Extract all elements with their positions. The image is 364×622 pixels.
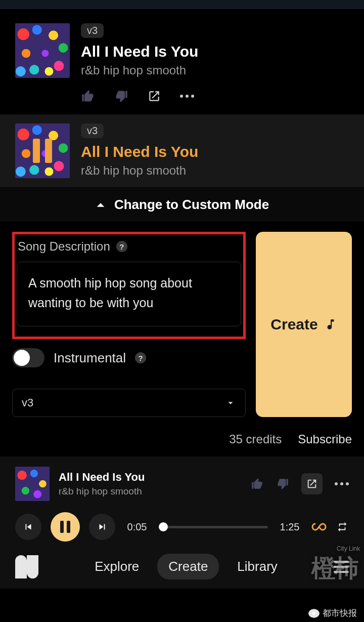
song-tags: r&b hip hop smooth	[81, 63, 349, 77]
chevron-down-icon	[225, 397, 236, 408]
create-button-label: Create	[270, 316, 317, 333]
instrumental-toggle[interactable]	[12, 348, 44, 367]
app-logo-icon[interactable]	[15, 555, 38, 578]
skip-next-icon	[97, 521, 108, 532]
album-cover[interactable]	[15, 123, 70, 178]
help-icon[interactable]: ?	[116, 241, 127, 252]
source-attribution: 都市快报	[308, 607, 357, 619]
now-playing-tags: r&b hip hop smooth	[59, 486, 242, 497]
thumbs-down-icon[interactable]	[114, 89, 128, 103]
nav-library[interactable]: Library	[226, 554, 288, 579]
thumbs-up-icon[interactable]	[251, 477, 264, 490]
song-card[interactable]: v3 All I Need Is You r&b hip hop smooth	[0, 9, 364, 85]
chevron-up-icon	[95, 199, 106, 211]
custom-mode-label: Change to Custom Mode	[114, 197, 269, 213]
version-select[interactable]: v3	[12, 389, 246, 417]
thumbs-down-icon[interactable]	[276, 477, 289, 490]
weibo-icon	[308, 609, 320, 618]
song-tags: r&b hip hop smooth	[81, 163, 349, 178]
song-title: All I Need Is You	[81, 43, 349, 60]
now-playing-title: All I Need Is You	[59, 471, 242, 484]
change-to-custom-mode-button[interactable]: Change to Custom Mode	[0, 187, 364, 222]
now-playing-bar: All I Need Is You r&b hip hop smooth 0:0…	[0, 457, 364, 542]
share-icon	[306, 478, 317, 489]
bottom-nav: Explore Create Library	[0, 542, 364, 589]
album-cover[interactable]	[15, 23, 70, 78]
repeat-icon[interactable]	[336, 521, 349, 532]
song-title: All I Need Is You	[81, 143, 349, 160]
share-button[interactable]	[301, 473, 323, 494]
instrumental-label: Instrumental	[54, 350, 126, 366]
seek-thumb[interactable]	[159, 522, 168, 531]
highlight-song-description: Song Description ? A smooth hip hop song…	[12, 232, 246, 339]
next-button[interactable]	[89, 514, 115, 540]
song-card-selected[interactable]: v3 All I Need Is You r&b hip hop smooth	[0, 114, 364, 187]
seek-bar[interactable]	[159, 526, 268, 528]
infinity-icon[interactable]	[311, 522, 327, 532]
more-options-icon[interactable]	[180, 95, 194, 98]
song-description-input[interactable]: A smooth hip hop song about wanting to b…	[17, 262, 241, 326]
version-badge: v3	[81, 23, 104, 38]
version-badge: v3	[81, 123, 104, 138]
help-icon[interactable]: ?	[135, 352, 146, 363]
duration: 1:25	[277, 521, 302, 533]
song-description-label: Song Description	[18, 239, 110, 254]
now-playing-cover[interactable]	[15, 467, 50, 501]
more-options-icon[interactable]	[335, 482, 349, 485]
current-time: 0:05	[124, 521, 150, 533]
skip-previous-icon	[23, 521, 34, 532]
share-icon[interactable]	[148, 90, 161, 103]
play-pause-button[interactable]	[51, 512, 80, 542]
nav-create[interactable]: Create	[157, 554, 219, 579]
thumbs-up-icon[interactable]	[81, 89, 95, 103]
menu-icon[interactable]	[334, 561, 349, 573]
nav-explore[interactable]: Explore	[83, 554, 150, 579]
credits-text: 35 credits	[229, 432, 282, 446]
version-selected-value: v3	[22, 396, 33, 409]
music-note-icon	[324, 318, 337, 331]
subscribe-link[interactable]: Subscribe	[298, 432, 352, 446]
create-button[interactable]: Create	[256, 232, 352, 417]
pause-icon	[60, 521, 70, 533]
previous-button[interactable]	[15, 514, 41, 540]
pause-overlay-icon	[32, 139, 53, 163]
